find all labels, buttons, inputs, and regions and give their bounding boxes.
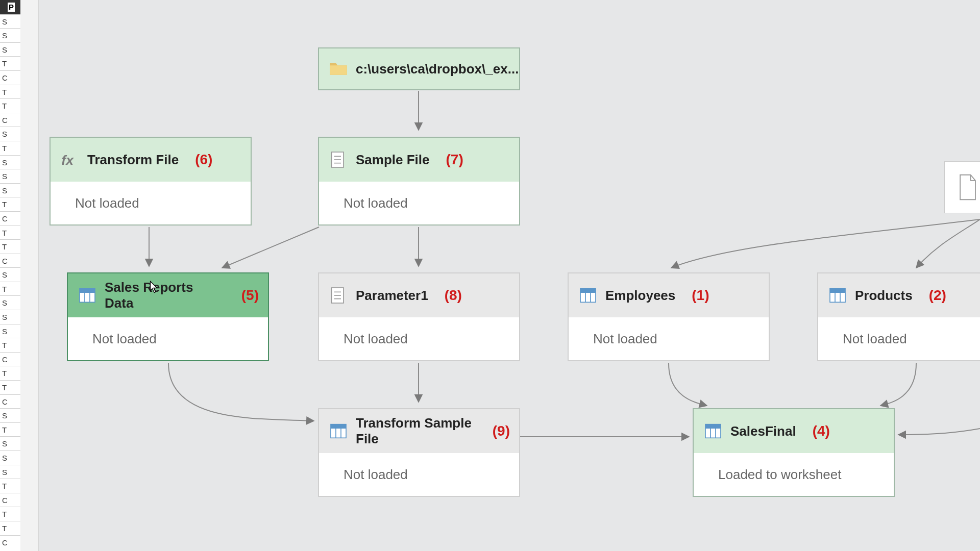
- row-header-cell: S: [0, 267, 20, 282]
- row-header-cell: C: [0, 493, 20, 507]
- node-status: Not loaded: [593, 331, 657, 347]
- annotation-label: (9): [493, 423, 510, 439]
- cursor-pointer-icon: [149, 281, 158, 294]
- node-offscreen-source[interactable]: [944, 161, 980, 213]
- row-header-cell: T: [0, 422, 20, 437]
- row-header-cell: C: [0, 535, 20, 549]
- row-header-cell: S: [0, 155, 20, 169]
- row-header-cell: T: [0, 141, 20, 155]
- annotation-label: (7): [446, 152, 463, 168]
- row-header-cell: S: [0, 324, 20, 338]
- table-icon: [578, 285, 598, 306]
- node-status: Not loaded: [75, 195, 139, 211]
- folder-icon: [328, 59, 349, 79]
- svg-rect-11: [80, 289, 95, 293]
- row-header-cell: C: [0, 211, 20, 226]
- svg-rect-31: [705, 424, 721, 429]
- node-parameter1[interactable]: Parameter1 (8) Not loaded: [318, 272, 520, 361]
- node-transform-file[interactable]: fx Transform File (6) Not loaded: [50, 137, 252, 226]
- table-icon: [328, 421, 349, 441]
- row-header-cell: C: [0, 113, 20, 127]
- node-status: Not loaded: [344, 331, 408, 347]
- svg-rect-27: [331, 424, 346, 429]
- node-title: Employees: [605, 288, 675, 304]
- node-products[interactable]: Products (2) Not loaded: [817, 272, 980, 361]
- node-status: Loaded to worksheet: [718, 467, 841, 483]
- table-icon: [827, 285, 848, 306]
- row-header-cell: S: [0, 14, 20, 29]
- file-icon: [328, 285, 349, 306]
- table-icon: [703, 421, 723, 441]
- row-header-cell: T: [0, 282, 20, 296]
- row-header-cell: S: [0, 183, 20, 197]
- annotation-label: (2): [929, 287, 946, 304]
- file-icon: [956, 173, 979, 202]
- dependency-canvas[interactable]: c:\users\ca\dropbox\_ex... fx Transform …: [38, 0, 980, 551]
- row-header-column: P SSSTCTTCSTSSSTCTTCSTSSSTCTTCSTSSSTCTTC: [0, 0, 21, 551]
- node-title: Transform File: [87, 152, 179, 168]
- row-header-cell: C: [0, 254, 20, 268]
- row-header-cell: C: [0, 394, 20, 409]
- svg-text:fx: fx: [61, 153, 74, 168]
- row-header-cell: T: [0, 197, 20, 211]
- node-title: Sample File: [356, 152, 430, 168]
- annotation-label: (8): [445, 287, 462, 304]
- node-title: Transform Sample File: [356, 415, 476, 447]
- row-header-top-label: P: [8, 3, 15, 12]
- svg-line-2: [222, 227, 319, 268]
- node-source-folder[interactable]: c:\users\ca\dropbox\_ex...: [318, 47, 520, 90]
- row-header-cell: S: [0, 28, 20, 42]
- node-title: SalesFinal: [730, 423, 796, 439]
- table-icon: [77, 285, 97, 306]
- row-header-cell: T: [0, 85, 20, 99]
- row-header-cell: S: [0, 465, 20, 479]
- node-status: Not loaded: [843, 331, 907, 347]
- annotation-label: (5): [241, 287, 259, 304]
- annotation-label: (6): [195, 152, 212, 168]
- row-header-cell: T: [0, 507, 20, 521]
- node-status: Not loaded: [92, 331, 157, 347]
- annotation-label: (4): [813, 423, 830, 439]
- row-header-cell: S: [0, 169, 20, 183]
- node-sales-reports-data[interactable]: Sales Reports Data (5) Not loaded: [67, 272, 269, 361]
- node-employees[interactable]: Employees (1) Not loaded: [568, 272, 770, 361]
- row-header-cell: T: [0, 226, 20, 240]
- row-header-cell: S: [0, 310, 20, 324]
- row-header-cell: T: [0, 98, 20, 113]
- node-title: Sales Reports Data: [105, 280, 225, 311]
- row-header-cell: T: [0, 338, 20, 352]
- node-title: c:\users\ca\dropbox\_ex...: [356, 61, 519, 77]
- row-header-cell: T: [0, 380, 20, 394]
- file-icon: [328, 149, 349, 170]
- row-header-cell: C: [0, 70, 20, 85]
- row-header-top: P: [0, 0, 20, 14]
- row-header-cell: T: [0, 56, 20, 70]
- row-header-cell: S: [0, 295, 20, 310]
- row-header-cell: C: [0, 352, 20, 366]
- row-header-cell: T: [0, 239, 20, 254]
- row-header-cell: S: [0, 42, 20, 57]
- node-transform-sample-file[interactable]: Transform Sample File (9) Not loaded: [318, 408, 520, 497]
- node-status: Not loaded: [344, 195, 408, 211]
- annotation-label: (1): [692, 287, 709, 304]
- node-sales-final[interactable]: SalesFinal (4) Loaded to worksheet: [693, 408, 895, 497]
- row-header-cell: S: [0, 450, 20, 465]
- row-header-cell: S: [0, 127, 20, 141]
- row-header-cell: T: [0, 521, 20, 535]
- node-title: Parameter1: [356, 288, 428, 304]
- row-header-cell: T: [0, 479, 20, 493]
- svg-rect-23: [830, 289, 845, 293]
- node-sample-file[interactable]: Sample File (7) Not loaded: [318, 137, 520, 226]
- row-header-separator: [20, 0, 39, 551]
- row-header-cell: T: [0, 366, 20, 380]
- node-status: Not loaded: [344, 467, 408, 483]
- row-header-cell: S: [0, 408, 20, 422]
- fx-icon: fx: [60, 149, 80, 170]
- node-title: Products: [855, 288, 913, 304]
- svg-rect-19: [580, 289, 596, 293]
- row-header-cell: S: [0, 436, 20, 450]
